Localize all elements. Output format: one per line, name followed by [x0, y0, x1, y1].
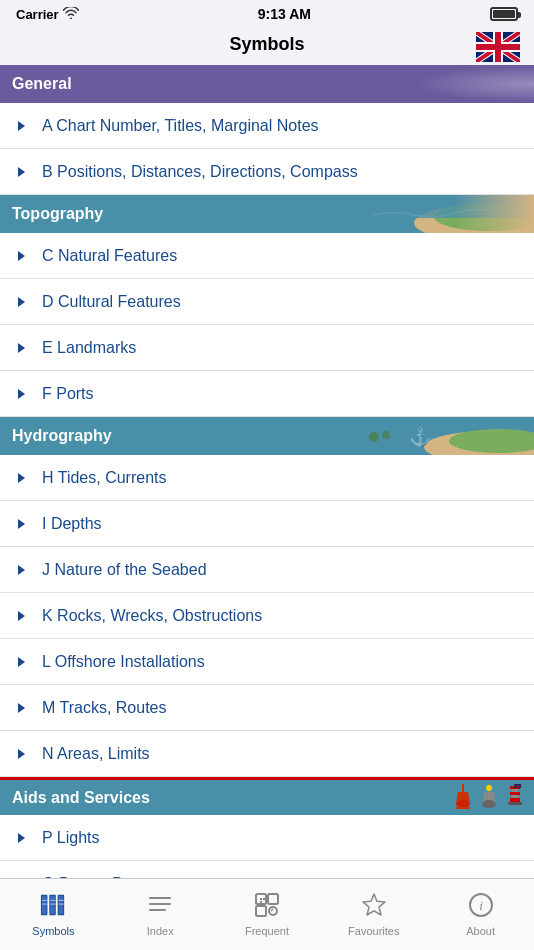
list-item[interactable]: E Landmarks	[0, 325, 534, 371]
svg-rect-66	[268, 894, 278, 904]
svg-rect-43	[514, 784, 515, 788]
list-item[interactable]: I Depths	[0, 501, 534, 547]
chevron-right-icon	[16, 120, 28, 132]
item-label: I Depths	[42, 515, 102, 533]
svg-rect-71	[260, 898, 262, 900]
svg-rect-51	[42, 896, 47, 915]
list-item[interactable]: B Positions, Distances, Directions, Comp…	[0, 149, 534, 195]
status-bar: Carrier 9:13 AM	[0, 0, 534, 28]
tab-favourites[interactable]: Favourites	[320, 879, 427, 950]
chevron-right-icon	[16, 296, 28, 308]
svg-rect-53	[51, 896, 56, 915]
tab-symbols[interactable]: Symbols	[0, 879, 107, 950]
svg-point-19	[449, 429, 534, 453]
section-header-topography: Topography	[0, 195, 534, 233]
svg-point-21	[369, 432, 379, 442]
svg-marker-28	[18, 703, 25, 713]
tab-label-about: About	[466, 925, 495, 937]
item-label: P Lights	[42, 829, 100, 847]
item-label: C Natural Features	[42, 247, 177, 265]
carrier-label: Carrier	[16, 7, 79, 22]
tab-label-symbols: Symbols	[32, 925, 74, 937]
chevron-right-icon	[16, 472, 28, 484]
svg-rect-40	[510, 792, 520, 795]
list-item[interactable]: C Natural Features	[0, 233, 534, 279]
chevron-right-icon	[16, 166, 28, 178]
tab-label-index: Index	[147, 925, 174, 937]
list-item[interactable]: N Areas, Limits	[0, 731, 534, 777]
list-item[interactable]: K Rocks, Wrecks, Obstructions	[0, 593, 534, 639]
list-item[interactable]: J Nature of the Seabed	[0, 547, 534, 593]
list-item[interactable]: H Tides, Currents	[0, 455, 534, 501]
chevron-right-icon	[16, 564, 28, 576]
item-label: E Landmarks	[42, 339, 136, 357]
svg-point-37	[486, 785, 492, 791]
chevron-right-icon	[16, 702, 28, 714]
star-icon	[361, 892, 387, 922]
section-label-aids: Aids and Services	[12, 789, 150, 807]
svg-marker-24	[18, 519, 25, 529]
svg-marker-15	[18, 297, 25, 307]
wifi-icon	[63, 7, 79, 22]
svg-marker-23	[18, 473, 25, 483]
buoy-icon	[452, 784, 474, 812]
svg-rect-11	[314, 195, 454, 233]
nav-bar: Symbols	[0, 28, 534, 65]
svg-marker-14	[18, 251, 25, 261]
uk-flag[interactable]	[476, 32, 520, 66]
svg-rect-73	[260, 901, 262, 903]
section-label-hydrography: Hydrography	[12, 427, 112, 445]
svg-point-18	[424, 431, 534, 455]
svg-point-22	[382, 431, 390, 439]
svg-text:⚓: ⚓	[409, 426, 432, 448]
svg-rect-67	[256, 906, 266, 916]
item-label: J Nature of the Seabed	[42, 561, 207, 579]
item-label: L Offshore Installations	[42, 653, 205, 671]
carrier-text: Carrier	[16, 7, 59, 22]
item-label: M Tracks, Routes	[42, 699, 166, 717]
svg-point-36	[482, 800, 496, 808]
tab-frequent[interactable]: Frequent	[214, 879, 321, 950]
svg-marker-10	[18, 167, 25, 177]
frequent-icon	[254, 892, 280, 922]
section-label-general: General	[12, 75, 72, 93]
item-label: B Positions, Distances, Directions, Comp…	[42, 163, 358, 181]
chevron-right-icon	[16, 610, 28, 622]
item-label: K Rocks, Wrecks, Obstructions	[42, 607, 262, 625]
section-header-general: General	[0, 65, 534, 103]
chevron-right-icon	[16, 388, 28, 400]
list-item[interactable]: A Chart Number, Titles, Marginal Notes	[0, 103, 534, 149]
list-item[interactable]: M Tracks, Routes	[0, 685, 534, 731]
svg-marker-25	[18, 565, 25, 575]
tab-about[interactable]: i About	[427, 879, 534, 950]
svg-marker-29	[18, 749, 25, 759]
info-icon: i	[468, 892, 494, 922]
buoy-icon-2	[478, 784, 500, 812]
svg-point-12	[414, 205, 534, 233]
item-label: H Tides, Currents	[42, 469, 166, 487]
list-item[interactable]: D Cultural Features	[0, 279, 534, 325]
tab-label-favourites: Favourites	[348, 925, 399, 937]
chevron-right-icon	[16, 342, 28, 354]
svg-rect-8	[476, 44, 520, 50]
page-title: Symbols	[229, 34, 304, 55]
svg-marker-17	[18, 389, 25, 399]
chevron-right-icon	[16, 656, 28, 668]
tab-label-frequent: Frequent	[245, 925, 289, 937]
item-label: D Cultural Features	[42, 293, 181, 311]
svg-rect-41	[510, 798, 520, 802]
svg-marker-27	[18, 657, 25, 667]
tab-index[interactable]: Index	[107, 879, 214, 950]
list-item[interactable]: L Offshore Installations	[0, 639, 534, 685]
chevron-right-icon	[16, 250, 28, 262]
svg-point-13	[434, 203, 534, 231]
list-item[interactable]: F Ports	[0, 371, 534, 417]
chevron-right-icon	[16, 748, 28, 760]
index-icon	[147, 892, 173, 922]
list-item[interactable]: P Lights	[0, 815, 534, 861]
tab-bar: Symbols Index	[0, 878, 534, 950]
svg-rect-72	[263, 898, 265, 900]
svg-marker-47	[18, 833, 25, 843]
symbols-icon	[40, 892, 66, 922]
svg-rect-42	[508, 802, 522, 805]
